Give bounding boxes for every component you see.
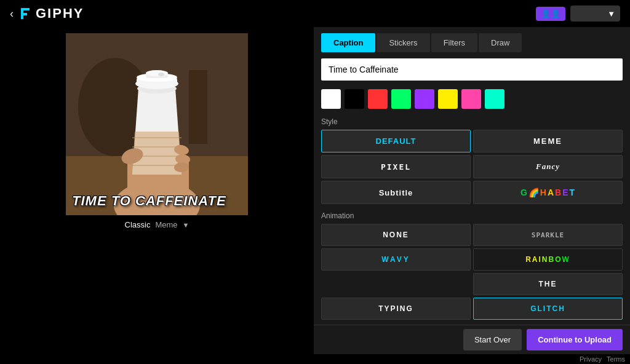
dropdown-arrow-icon: ▼ xyxy=(607,9,615,18)
animation-section-label: Animation xyxy=(314,209,630,224)
caption-input[interactable] xyxy=(321,58,623,81)
svg-rect-6 xyxy=(189,70,207,144)
start-over-button[interactable]: Start Over xyxy=(463,329,522,350)
footer: Privacy Terms xyxy=(0,354,630,364)
privacy-link[interactable]: Privacy xyxy=(580,355,602,363)
caption-input-area xyxy=(314,52,630,87)
tab-filters[interactable]: Filters xyxy=(431,33,477,52)
color-swatch-green[interactable] xyxy=(391,89,411,109)
style-section-label: Style xyxy=(314,115,630,130)
topbar: ‹ GIPHY 👤👤 ▼ xyxy=(0,0,630,27)
left-panel: TiME TO CAFFEINATE Classic Meme ▼ xyxy=(0,27,314,354)
anim-empty xyxy=(321,273,471,295)
topbar-right: 👤👤 ▼ xyxy=(536,6,620,22)
anim-the[interactable]: THE xyxy=(473,273,623,295)
anim-wavy[interactable]: WAVY xyxy=(321,248,471,271)
caption-overlay: TiME TO CAFFEINATE xyxy=(66,187,248,215)
right-panel: Caption Stickers Filters Draw Style DEFA… xyxy=(314,27,630,354)
dropdown-text xyxy=(575,8,607,19)
logo-icon xyxy=(20,7,33,20)
anim-typing[interactable]: TYPING xyxy=(321,298,471,320)
anim-glitch[interactable]: GLITCH xyxy=(473,298,623,320)
svg-rect-2 xyxy=(21,13,27,15)
anim-sparkle[interactable]: SPARKLE xyxy=(473,224,623,246)
anim-none[interactable]: NONE xyxy=(321,224,471,246)
main-content: TiME TO CAFFEINATE Classic Meme ▼ Captio… xyxy=(0,27,630,354)
preview-image: TiME TO CAFFEINATE xyxy=(66,33,248,215)
color-swatch-white[interactable] xyxy=(321,89,341,109)
tab-draw[interactable]: Draw xyxy=(479,33,522,52)
caption-text: TiME TO CAFFEINATE xyxy=(72,193,242,209)
style-default[interactable]: DEFAULT xyxy=(321,130,471,152)
style-fancy[interactable]: Fancy xyxy=(473,155,623,178)
anim-rainbow[interactable]: RAINBOW xyxy=(473,248,623,271)
animation-grid: NONE SPARKLE WAVY RAINBOW THE TYPING GLI… xyxy=(314,224,630,325)
topbar-left: ‹ GIPHY xyxy=(10,6,84,22)
terms-link[interactable]: Terms xyxy=(607,355,625,363)
style-grid: DEFAULT MEME PIXEL Fancy Subtitle G🌈HABE… xyxy=(314,130,630,209)
color-swatch-cyan[interactable] xyxy=(485,89,504,109)
tab-dropdown-arrow-icon: ▼ xyxy=(183,221,189,229)
back-button[interactable]: ‹ xyxy=(10,7,14,20)
user-icon: 👤👤 xyxy=(541,9,560,18)
color-swatches xyxy=(314,87,630,115)
user-button[interactable]: 👤👤 xyxy=(536,7,565,21)
preview-tabs: Classic Meme ▼ xyxy=(125,220,189,229)
tab-caption[interactable]: Caption xyxy=(321,33,375,52)
tab-stickers[interactable]: Stickers xyxy=(377,33,429,52)
svg-point-20 xyxy=(146,70,168,76)
continue-button[interactable]: Continue to Upload xyxy=(527,329,623,350)
svg-rect-1 xyxy=(21,8,30,10)
tabs-row: Caption Stickers Filters Draw xyxy=(314,27,630,52)
logo-text: GIPHY xyxy=(36,6,84,22)
style-subtitle[interactable]: Subtitle xyxy=(321,181,471,204)
color-swatch-yellow[interactable] xyxy=(438,89,458,109)
user-dropdown[interactable]: ▼ xyxy=(570,6,620,22)
logo: GIPHY xyxy=(20,6,84,22)
style-alphabet[interactable]: G🌈HABET xyxy=(473,181,623,204)
color-swatch-black[interactable] xyxy=(345,89,364,109)
color-swatch-red[interactable] xyxy=(368,89,388,109)
style-meme[interactable]: MEME xyxy=(473,130,623,152)
svg-point-21 xyxy=(158,73,164,76)
color-swatch-pink[interactable] xyxy=(461,89,481,109)
tab-meme[interactable]: Meme xyxy=(155,220,177,229)
color-swatch-purple[interactable] xyxy=(415,89,434,109)
preview-container: TiME TO CAFFEINATE xyxy=(66,33,248,215)
style-pixel[interactable]: PIXEL xyxy=(321,155,471,178)
bottom-bar: Start Over Continue to Upload xyxy=(314,325,630,354)
tab-classic[interactable]: Classic xyxy=(125,220,151,229)
